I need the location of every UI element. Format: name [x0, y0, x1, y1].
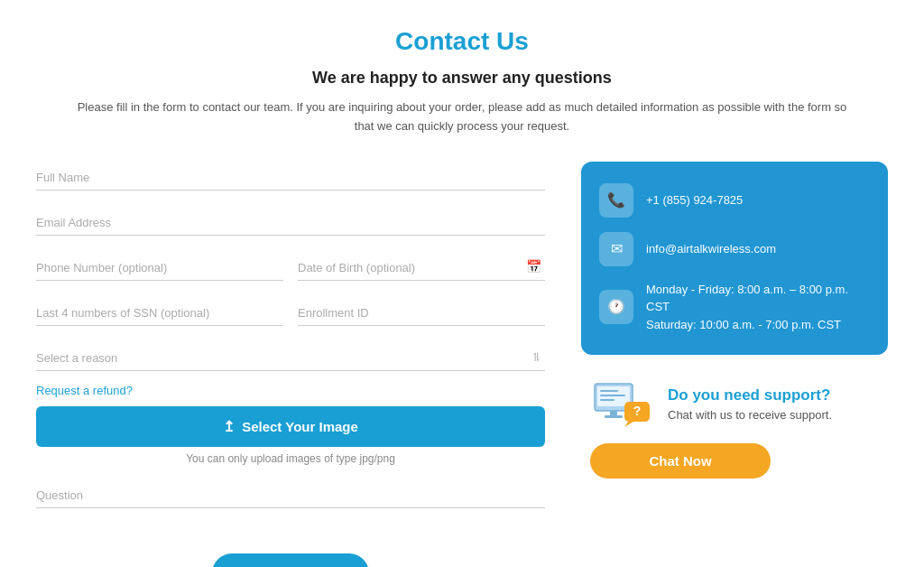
- svg-rect-2: [600, 390, 618, 392]
- hours-item: 🕐 Monday - Friday: 8:00 a.m. – 8:00 p.m.…: [599, 281, 870, 334]
- email-text: info@airtalkwireless.com: [646, 240, 776, 258]
- question-input[interactable]: Question: [36, 479, 545, 508]
- support-description: Chat with us to receive support.: [668, 408, 832, 422]
- support-image: ?: [590, 376, 653, 431]
- phone-icon-box: 📞: [599, 183, 633, 218]
- phone-item: 📞 +1 (855) 924-7825: [599, 183, 870, 218]
- email-icon: ✉: [611, 240, 623, 257]
- email-group: [36, 207, 545, 236]
- svg-rect-6: [605, 415, 623, 418]
- email-icon-box: ✉: [599, 232, 633, 266]
- full-name-input[interactable]: [36, 162, 545, 191]
- chat-now-button[interactable]: Chat Now: [590, 443, 771, 479]
- dob-input[interactable]: [298, 252, 545, 281]
- clock-icon-box: 🕐: [599, 290, 633, 324]
- clock-icon: 🕐: [607, 298, 625, 315]
- svg-rect-4: [600, 399, 614, 401]
- dob-group: 📅: [298, 252, 545, 281]
- page-subtitle: We are happy to answer any questions: [36, 69, 888, 88]
- refund-link[interactable]: Request a refund?: [36, 384, 133, 397]
- upload-button-label: Select Your Image: [242, 419, 358, 434]
- svg-rect-5: [610, 411, 617, 415]
- hours-text: Monday - Friday: 8:00 a.m. – 8:00 p.m. C…: [646, 281, 870, 334]
- content-row: 📅 Select a reason Billing Technical Supp…: [36, 162, 888, 567]
- phone-input[interactable]: [36, 252, 283, 281]
- email-item: ✉ info@airtalkwireless.com: [599, 232, 870, 266]
- page-title: Contact Us: [36, 27, 888, 56]
- support-illustration: ?: [590, 376, 653, 431]
- support-row: ? Do you need support? Chat with us to r…: [590, 376, 832, 431]
- ssn-enrollment-row: [36, 297, 545, 326]
- ssn-group: [36, 297, 283, 326]
- support-info: Do you need support? Chat with us to rec…: [668, 386, 832, 422]
- reason-select[interactable]: Select a reason Billing Technical Suppor…: [36, 342, 545, 371]
- right-column: 📞 +1 (855) 924-7825 ✉ info@airtalkwirele…: [581, 162, 888, 479]
- support-card: ? Do you need support? Chat with us to r…: [581, 376, 888, 479]
- phone-text: +1 (855) 924-7825: [646, 191, 743, 209]
- full-name-group: [36, 162, 545, 191]
- page-wrapper: Contact Us We are happy to answer any qu…: [0, 0, 924, 567]
- ssn-input[interactable]: [36, 297, 283, 326]
- support-title: Do you need support?: [668, 386, 832, 404]
- contact-card: 📞 +1 (855) 924-7825 ✉ info@airtalkwirele…: [581, 162, 888, 356]
- contact-form: 📅 Select a reason Billing Technical Supp…: [36, 162, 545, 567]
- phone-dob-row: 📅: [36, 252, 545, 281]
- svg-rect-3: [600, 395, 625, 396]
- svg-text:?: ?: [633, 404, 642, 418]
- svg-marker-8: [624, 422, 633, 427]
- upload-image-button[interactable]: ↥ Select Your Image: [36, 406, 545, 447]
- phone-group: [36, 252, 283, 281]
- phone-icon: 📞: [607, 191, 625, 209]
- page-description: Please fill in the form to contact our t…: [74, 98, 850, 136]
- reason-group: Select a reason Billing Technical Suppor…: [36, 342, 545, 371]
- upload-hint: You can only upload images of type jpg/p…: [36, 452, 545, 465]
- email-input[interactable]: [36, 207, 545, 236]
- submit-button[interactable]: Submit: [212, 553, 369, 567]
- enrollment-input[interactable]: [298, 297, 545, 326]
- enrollment-group: [298, 297, 545, 326]
- upload-icon: ↥: [223, 418, 235, 435]
